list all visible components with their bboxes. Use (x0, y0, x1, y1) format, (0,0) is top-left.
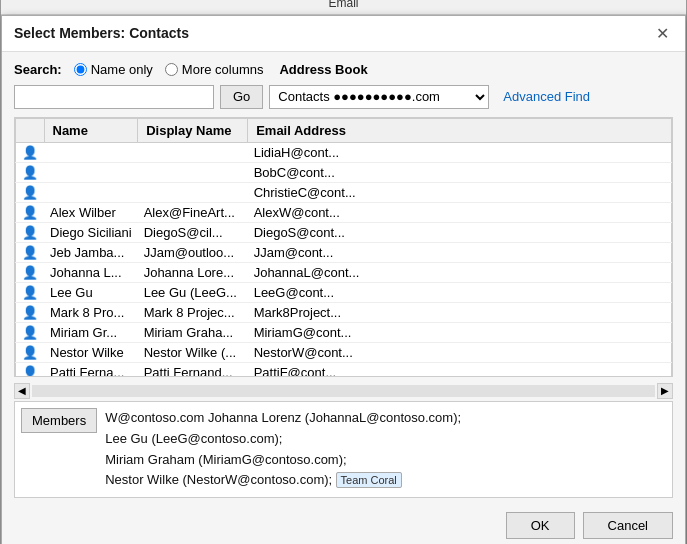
col-name (16, 118, 45, 142)
advanced-find-link[interactable]: Advanced Find (503, 89, 590, 104)
contact-name (44, 162, 138, 182)
contact-display-name (138, 142, 248, 162)
search-input[interactable] (14, 85, 214, 109)
contact-display-name: Miriam Graha... (138, 322, 248, 342)
address-book-label: Address Book (279, 62, 367, 77)
email-title: Email (1, 0, 686, 15)
contact-name: Alex Wilber (44, 202, 138, 222)
radio-name-only-label[interactable]: Name only (74, 62, 153, 77)
ok-button[interactable]: OK (506, 512, 575, 539)
cancel-button[interactable]: Cancel (583, 512, 673, 539)
contact-email: NestorW@cont... (248, 342, 672, 362)
contact-display-name: Johanna Lore... (138, 262, 248, 282)
close-button[interactable]: ✕ (652, 24, 673, 43)
radio-more-columns-text: More columns (182, 62, 264, 77)
col-name-label: Name (44, 118, 138, 142)
members-content: W@contoso.com Johanna Lorenz (JohannaL@c… (105, 408, 666, 491)
contact-name: Diego Siciliani (44, 222, 138, 242)
table-header-row: Name Display Name Email Address (16, 118, 672, 142)
scroll-track (32, 385, 655, 397)
contact-email: BobC@cont... (248, 162, 672, 182)
search-input-row: Go Contacts ●●●●●●●●●●.com Advanced Find (14, 85, 673, 109)
contact-display-name: Lee Gu (LeeG... (138, 282, 248, 302)
contact-name: Nestor Wilke (44, 342, 138, 362)
contact-email: JohannaL@cont... (248, 262, 672, 282)
search-row: Search: Name only More columns Address B… (14, 62, 673, 77)
contact-display-name (138, 182, 248, 202)
table-row[interactable]: 👤ChristieC@cont... (16, 182, 672, 202)
person-icon: 👤 (22, 185, 38, 200)
address-book-select[interactable]: Contacts ●●●●●●●●●●.com (269, 85, 489, 109)
table-row[interactable]: 👤Diego SicilianiDiegoS@cil...DiegoS@cont… (16, 222, 672, 242)
members-line1: W@contoso.com Johanna Lorenz (JohannaL@c… (105, 410, 461, 425)
contacts-table: Name Display Name Email Address 👤LidiaH@… (15, 118, 672, 377)
table-row[interactable]: 👤Lee GuLee Gu (LeeG...LeeG@cont... (16, 282, 672, 302)
contact-display-name: Mark 8 Projec... (138, 302, 248, 322)
contact-email: LidiaH@cont... (248, 142, 672, 162)
table-row[interactable]: 👤LidiaH@cont... (16, 142, 672, 162)
contact-display-name: Alex@FineArt... (138, 202, 248, 222)
person-icon: 👤 (22, 325, 38, 340)
members-tag: Team Coral (336, 472, 402, 488)
scroll-left-arrow[interactable]: ◀ (14, 383, 30, 399)
contact-name: Johanna L... (44, 262, 138, 282)
person-icon: 👤 (22, 365, 38, 377)
table-row[interactable]: 👤Nestor WilkeNestor Wilke (...NestorW@co… (16, 342, 672, 362)
col-email-address: Email Address (248, 118, 672, 142)
person-icon: 👤 (22, 265, 38, 280)
person-icon: 👤 (22, 225, 38, 240)
go-button[interactable]: Go (220, 85, 263, 109)
radio-more-columns-label[interactable]: More columns (165, 62, 264, 77)
contact-email: LeeG@cont... (248, 282, 672, 302)
col-display-name: Display Name (138, 118, 248, 142)
scroll-right-arrow[interactable]: ▶ (657, 383, 673, 399)
table-row[interactable]: 👤Alex WilberAlex@FineArt...AlexW@cont... (16, 202, 672, 222)
contact-name: Miriam Gr... (44, 322, 138, 342)
table-row[interactable]: 👤Miriam Gr...Miriam Graha...MiriamG@cont… (16, 322, 672, 342)
contact-email: ChristieC@cont... (248, 182, 672, 202)
members-line2: Lee Gu (LeeG@contoso.com); (105, 431, 282, 446)
scrollbar-row: ◀ ▶ (14, 381, 673, 401)
radio-name-only-text: Name only (91, 62, 153, 77)
contact-name: Mark 8 Pro... (44, 302, 138, 322)
table-row[interactable]: 👤Jeb Jamba...JJam@outloo...JJam@cont... (16, 242, 672, 262)
contact-display-name: DiegoS@cil... (138, 222, 248, 242)
contact-email: JJam@cont... (248, 242, 672, 262)
contact-display-name: Nestor Wilke (... (138, 342, 248, 362)
dialog-title: Select Members: Contacts (14, 25, 189, 41)
dialog-titlebar: Select Members: Contacts ✕ (2, 16, 685, 52)
contact-display-name (138, 162, 248, 182)
person-icon: 👤 (22, 145, 38, 160)
person-icon: 👤 (22, 165, 38, 180)
radio-group: Name only More columns (74, 62, 264, 77)
table-row[interactable]: 👤Patti Ferna...Patti Fernand...PattiF@co… (16, 362, 672, 377)
radio-more-columns[interactable] (165, 63, 178, 76)
person-icon: 👤 (22, 285, 38, 300)
contact-name: Lee Gu (44, 282, 138, 302)
person-icon: 👤 (22, 205, 38, 220)
person-icon: 👤 (22, 245, 38, 260)
contact-name: Jeb Jamba... (44, 242, 138, 262)
contact-email: AlexW@cont... (248, 202, 672, 222)
table-row[interactable]: 👤BobC@cont... (16, 162, 672, 182)
contact-email: MiriamG@cont... (248, 322, 672, 342)
table-row[interactable]: 👤Mark 8 Pro...Mark 8 Projec...Mark8Proje… (16, 302, 672, 322)
contact-display-name: Patti Fernand... (138, 362, 248, 377)
members-line3: Miriam Graham (MiriamG@contoso.com); (105, 452, 346, 467)
contact-email: Mark8Project... (248, 302, 672, 322)
contact-name: Patti Ferna... (44, 362, 138, 377)
search-label: Search: (14, 62, 62, 77)
person-icon: 👤 (22, 345, 38, 360)
members-button[interactable]: Members (21, 408, 97, 433)
radio-name-only[interactable] (74, 63, 87, 76)
contact-email: PattiF@cont... (248, 362, 672, 377)
contact-name (44, 142, 138, 162)
members-section: Members W@contoso.com Johanna Lorenz (Jo… (14, 401, 673, 498)
table-row[interactable]: 👤Johanna L...Johanna Lore...JohannaL@con… (16, 262, 672, 282)
button-row: OK Cancel (14, 506, 673, 541)
contact-display-name: JJam@outloo... (138, 242, 248, 262)
dialog-body: Search: Name only More columns Address B… (2, 52, 685, 544)
contact-email: DiegoS@cont... (248, 222, 672, 242)
contact-name (44, 182, 138, 202)
contacts-table-wrapper: Name Display Name Email Address 👤LidiaH@… (14, 117, 673, 377)
